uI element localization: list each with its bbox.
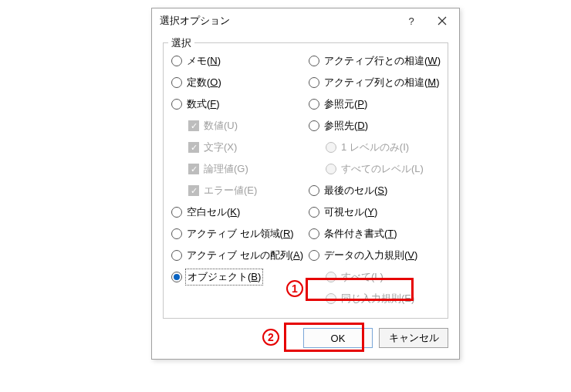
radio-icon — [171, 207, 182, 218]
option-label: オブジェクト(B) — [187, 270, 262, 284]
ok-button[interactable]: OK — [303, 328, 373, 348]
option-label: アクティブ列との相違(M) — [324, 76, 440, 90]
option-label: 最後のセル(S) — [324, 184, 387, 198]
option-right-11: 同じ入力規則(E) — [306, 289, 443, 309]
option-label: 参照元(P) — [324, 97, 367, 111]
checkbox-icon: ✓ — [188, 164, 199, 174]
radio-icon — [309, 77, 319, 88]
radio-icon — [309, 56, 319, 66]
option-left-2[interactable]: 数式(F) — [168, 94, 306, 114]
radio-icon — [171, 99, 182, 110]
radio-icon — [326, 272, 336, 282]
option-left-10[interactable]: オブジェクト(B) — [168, 267, 306, 287]
option-left-1[interactable]: 定数(O) — [168, 73, 306, 93]
option-right-4: 1 レベルのみ(I) — [306, 137, 443, 157]
radio-icon — [309, 250, 319, 261]
option-right-7[interactable]: 可視セル(Y) — [306, 202, 443, 222]
radio-icon — [326, 293, 336, 304]
option-label: 数値(U) — [204, 119, 238, 133]
radio-icon — [171, 250, 182, 261]
cancel-button[interactable]: キャンセル — [379, 328, 448, 348]
close-icon — [438, 16, 447, 25]
option-right-10: すべて(L) — [306, 267, 443, 287]
radio-icon — [171, 56, 182, 66]
checkbox-icon: ✓ — [188, 142, 199, 153]
radio-icon — [309, 120, 319, 131]
option-label: 数式(F) — [187, 97, 220, 111]
option-label: 論理値(G) — [204, 162, 248, 176]
option-label: 定数(O) — [187, 76, 221, 90]
option-right-9[interactable]: データの入力規則(V) — [306, 245, 443, 265]
option-label: データの入力規則(V) — [324, 248, 417, 262]
option-label: すべてのレベル(L) — [341, 162, 424, 176]
option-right-2[interactable]: 参照元(P) — [306, 94, 443, 114]
option-right-8[interactable]: 条件付き書式(T) — [306, 224, 443, 244]
radio-icon — [309, 99, 319, 110]
checkbox-icon: ✓ — [188, 185, 199, 196]
option-label: メモ(N) — [187, 54, 221, 68]
group-legend: 選択 — [168, 36, 194, 50]
option-left-9[interactable]: アクティブ セルの配列(A) — [168, 245, 306, 265]
options-left-column: メモ(N)定数(O)数式(F)✓数値(U)✓文字(X)✓論理値(G)✓エラー値(… — [168, 51, 306, 309]
option-label: 参照先(D) — [324, 119, 368, 133]
option-right-0[interactable]: アクティブ行との相違(W) — [306, 51, 443, 71]
option-label: 可視セル(Y) — [324, 205, 377, 219]
option-right-6[interactable]: 最後のセル(S) — [306, 181, 443, 201]
checkbox-icon: ✓ — [188, 120, 199, 131]
option-left-5: ✓論理値(G) — [168, 159, 306, 179]
option-left-6: ✓エラー値(E) — [168, 181, 306, 201]
select-group: 選択 メモ(N)定数(O)数式(F)✓数値(U)✓文字(X)✓論理値(G)✓エラ… — [163, 42, 448, 319]
option-left-4: ✓文字(X) — [168, 137, 306, 157]
option-label: 空白セル(K) — [187, 205, 240, 219]
option-label: 文字(X) — [204, 140, 237, 154]
radio-icon — [309, 207, 319, 218]
option-label: エラー値(E) — [204, 184, 257, 198]
option-right-1[interactable]: アクティブ列との相違(M) — [306, 73, 443, 93]
option-label: 同じ入力規則(E) — [341, 292, 414, 306]
radio-icon — [309, 185, 319, 196]
titlebar: 選択オプション ? — [152, 8, 459, 33]
dialog-buttons: OK キャンセル — [163, 328, 448, 348]
select-options-dialog: 選択オプション ? 選択 メモ(N)定数(O)数式(F)✓数値(U)✓文字(X)… — [151, 8, 460, 360]
dialog-content: 選択 メモ(N)定数(O)数式(F)✓数値(U)✓文字(X)✓論理値(G)✓エラ… — [152, 33, 459, 359]
radio-icon — [171, 77, 182, 88]
option-label: アクティブ行との相違(W) — [324, 54, 441, 68]
option-left-7[interactable]: 空白セル(K) — [168, 202, 306, 222]
option-label: アクティブ セルの配列(A) — [187, 248, 303, 262]
option-label: 1 レベルのみ(I) — [341, 140, 409, 154]
radio-icon — [309, 228, 319, 239]
option-label: すべて(L) — [341, 270, 383, 284]
option-left-8[interactable]: アクティブ セル領域(R) — [168, 224, 306, 244]
option-right-5: すべてのレベル(L) — [306, 159, 443, 179]
option-label: アクティブ セル領域(R) — [187, 227, 294, 241]
help-button[interactable]: ? — [396, 9, 427, 32]
dialog-title: 選択オプション — [160, 14, 396, 28]
radio-icon — [171, 228, 182, 239]
radio-icon — [326, 164, 336, 174]
option-left-0[interactable]: メモ(N) — [168, 51, 306, 71]
option-left-3: ✓数値(U) — [168, 116, 306, 136]
radio-icon — [171, 272, 182, 282]
close-button[interactable] — [427, 9, 458, 32]
options-right-column: アクティブ行との相違(W)アクティブ列との相違(M)参照元(P)参照先(D)1 … — [306, 51, 443, 309]
radio-icon — [326, 142, 336, 153]
option-label: 条件付き書式(T) — [324, 227, 397, 241]
option-right-3[interactable]: 参照先(D) — [306, 116, 443, 136]
